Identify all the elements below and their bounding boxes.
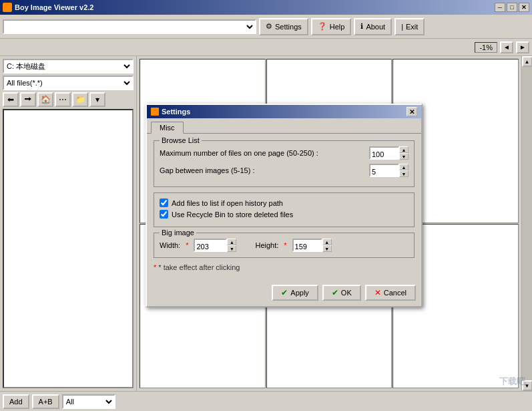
checkboxes-group: Add files to list if open history path U… bbox=[154, 192, 415, 227]
height-spin[interactable]: 159 ▲ ▼ bbox=[292, 239, 332, 252]
max-files-label: Maximum number of files on one page (50-… bbox=[160, 149, 365, 157]
max-files-value[interactable]: 100 bbox=[369, 146, 399, 160]
checkbox-row-2: Use Recycle Bin to store deleted files bbox=[160, 210, 409, 219]
folder-button[interactable]: 📁 bbox=[72, 92, 88, 107]
history-path-checkbox[interactable] bbox=[160, 198, 168, 207]
left-panel: C: 本地磁盘 All files(*.*) ⬅ ⮕ 🏠 ⋯ 📁 ▾ bbox=[0, 56, 137, 391]
prev-button[interactable]: ◄ bbox=[500, 41, 513, 53]
info-icon: ℹ bbox=[360, 22, 363, 31]
app-title: Boy Image Viewer v2.2 bbox=[15, 3, 93, 11]
menu-button[interactable]: ⋯ bbox=[55, 92, 71, 107]
drive-dropdown[interactable]: C: 本地磁盘 bbox=[3, 59, 134, 74]
home-button[interactable]: 🏠 bbox=[37, 92, 53, 107]
big-image-row: Width: * 203 ▲ ▼ Height: * 159 ▲ bbox=[160, 239, 409, 252]
scroll-down-button[interactable]: ▼ bbox=[522, 380, 533, 391]
gap-spin[interactable]: 5 ▲ ▼ bbox=[369, 164, 409, 177]
maximize-button[interactable]: □ bbox=[507, 3, 517, 12]
next-button[interactable]: ► bbox=[516, 41, 529, 53]
width-label: Width: bbox=[160, 241, 180, 249]
file-toolbar: ⬅ ⮕ 🏠 ⋯ 📁 ▾ bbox=[3, 92, 134, 107]
big-image-label: Big image bbox=[160, 229, 196, 237]
height-asterisk: * bbox=[284, 241, 286, 249]
dialog-title-bar: Settings ✕ bbox=[147, 105, 421, 118]
zoom-level: -1% bbox=[475, 42, 497, 53]
max-files-spin[interactable]: 100 ▲ ▼ bbox=[369, 146, 409, 160]
filter-dropdown[interactable]: All files(*.*) bbox=[3, 76, 134, 90]
width-arrows: ▲ ▼ bbox=[227, 239, 236, 252]
recycle-bin-label: Use Recycle Bin to store deleted files bbox=[172, 211, 293, 219]
max-files-up[interactable]: ▲ bbox=[399, 146, 409, 153]
all-dropdown[interactable]: All bbox=[62, 394, 115, 409]
forward-button[interactable]: ⮕ bbox=[20, 92, 36, 107]
bottom-bar: Add A+B All bbox=[0, 391, 532, 411]
ok-check-icon: ✔ bbox=[332, 288, 338, 297]
path-dropdown[interactable] bbox=[3, 19, 256, 34]
max-files-arrows: ▲ ▼ bbox=[399, 146, 409, 160]
more-button[interactable]: ▾ bbox=[89, 92, 105, 107]
gap-value[interactable]: 5 bbox=[369, 164, 399, 177]
file-list[interactable] bbox=[3, 109, 134, 388]
dialog-close-button[interactable]: ✕ bbox=[407, 107, 417, 116]
title-bar: Boy Image Viewer v2.2 ─ □ ✕ bbox=[0, 0, 532, 15]
height-down[interactable]: ▼ bbox=[322, 245, 332, 252]
gap-down[interactable]: ▼ bbox=[399, 170, 409, 177]
scroll-up-button[interactable]: ▲ bbox=[522, 56, 533, 67]
vertical-scrollbar[interactable]: ▲ ▼ bbox=[521, 56, 532, 391]
cancel-x-icon: ✕ bbox=[374, 288, 381, 297]
apply-button[interactable]: ✔ Apply bbox=[272, 285, 318, 301]
dialog-body: Browse List Maximum number of files on o… bbox=[147, 134, 421, 282]
max-files-down[interactable]: ▼ bbox=[399, 153, 409, 160]
window-controls: ─ □ ✕ bbox=[495, 3, 529, 12]
gap-label: Gap between images (5-15) : bbox=[160, 166, 365, 174]
dialog-icon bbox=[151, 108, 159, 116]
width-value[interactable]: 203 bbox=[194, 239, 227, 252]
main-toolbar: ⚙ Settings ❓ Help ℹ About | Exit bbox=[0, 15, 532, 39]
height-up[interactable]: ▲ bbox=[322, 239, 332, 245]
apply-check-icon: ✔ bbox=[281, 288, 288, 297]
recycle-bin-checkbox[interactable] bbox=[160, 210, 168, 219]
zoom-toolbar: -1% ◄ ► bbox=[0, 39, 532, 56]
close-button[interactable]: ✕ bbox=[519, 3, 529, 12]
dialog-buttons: ✔ Apply ✔ OK ✕ Cancel bbox=[147, 282, 421, 306]
height-arrows: ▲ ▼ bbox=[322, 239, 332, 252]
note-asterisk: * bbox=[154, 263, 156, 271]
dialog-title-text: Settings bbox=[162, 108, 190, 116]
max-files-row: Maximum number of files on one page (50-… bbox=[160, 146, 409, 160]
dialog-tabs: Misc bbox=[147, 118, 421, 134]
ab-button[interactable]: A+B bbox=[32, 394, 59, 409]
misc-tab[interactable]: Misc bbox=[151, 122, 184, 134]
height-label: Height: bbox=[255, 241, 278, 249]
gap-up[interactable]: ▲ bbox=[399, 164, 409, 170]
scroll-track[interactable] bbox=[522, 67, 533, 380]
history-path-label: Add files to list if open history path bbox=[172, 199, 283, 207]
gap-row: Gap between images (5-15) : 5 ▲ ▼ bbox=[160, 164, 409, 177]
settings-icon: ⚙ bbox=[266, 22, 272, 31]
minimize-button[interactable]: ─ bbox=[495, 3, 505, 12]
app-icon bbox=[3, 3, 12, 12]
exit-button[interactable]: | Exit bbox=[394, 18, 425, 35]
help-icon: ❓ bbox=[318, 22, 327, 31]
big-image-group: Big image Width: * 203 ▲ ▼ Height: * 159 bbox=[154, 233, 415, 258]
take-effect-note: * * take effect after clicking bbox=[154, 263, 415, 271]
gap-arrows: ▲ ▼ bbox=[399, 164, 409, 177]
settings-dialog[interactable]: Settings ✕ Misc Browse List Maximum numb… bbox=[146, 104, 423, 307]
add-button[interactable]: Add bbox=[3, 394, 29, 409]
settings-button[interactable]: ⚙ Settings bbox=[259, 18, 308, 35]
width-spin[interactable]: 203 ▲ ▼ bbox=[194, 239, 236, 252]
help-button[interactable]: ❓ Help bbox=[311, 18, 352, 35]
browse-list-label: Browse List bbox=[160, 136, 202, 144]
back-button[interactable]: ⬅ bbox=[3, 92, 19, 107]
width-up[interactable]: ▲ bbox=[227, 239, 236, 245]
checkbox-row-1: Add files to list if open history path bbox=[160, 198, 409, 207]
width-down[interactable]: ▼ bbox=[227, 245, 236, 252]
browse-list-group: Browse List Maximum number of files on o… bbox=[154, 140, 415, 187]
cancel-button[interactable]: ✕ Cancel bbox=[365, 285, 416, 301]
width-asterisk: * bbox=[186, 241, 188, 249]
about-button[interactable]: ℹ About bbox=[354, 18, 392, 35]
ok-button[interactable]: ✔ OK bbox=[322, 285, 361, 301]
height-value[interactable]: 159 bbox=[292, 239, 322, 252]
exit-icon: | bbox=[401, 23, 403, 31]
